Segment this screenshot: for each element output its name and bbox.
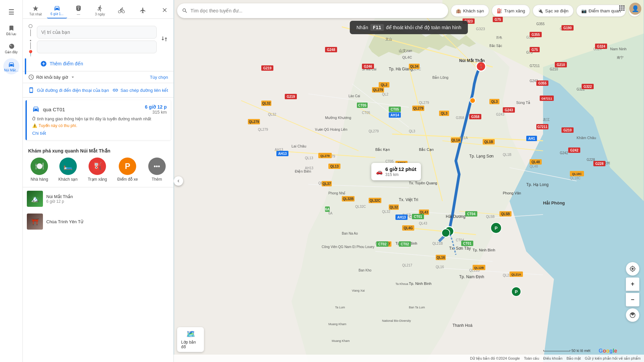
- map-background: ● 📍 P QL4C QL4C G323 G355 G190 G324 QL2 …: [174, 0, 644, 362]
- saved-info-nui-mat-than: Núi Mắt Thần 6 giờ 12 p: [46, 194, 169, 204]
- street-view-button[interactable]: [626, 308, 639, 322]
- svg-text:G322: G322: [584, 85, 592, 88]
- route-line: [30, 29, 31, 36]
- svg-text:Hải Phòng: Hải Phòng: [543, 200, 565, 205]
- swap-button[interactable]: [159, 34, 169, 45]
- menu-button[interactable]: ☰: [3, 4, 19, 20]
- svg-text:文山: 文山: [385, 37, 392, 41]
- svg-text:QL13: QL13: [305, 156, 313, 160]
- user-avatar[interactable]: 👤: [629, 3, 641, 15]
- terms-link[interactable]: Toàn cầu: [524, 356, 539, 361]
- svg-text:QL279: QL279: [258, 128, 268, 131]
- tab-best[interactable]: Tốt nhất: [25, 3, 46, 18]
- filter-hotel-btn[interactable]: 🏨 Khách sạn: [451, 5, 489, 17]
- svg-text:QL32: QL32: [389, 205, 398, 209]
- svg-text:Vườn QG Hoàng Liên: Vườn QG Hoàng Liên: [315, 128, 347, 131]
- svg-text:CT01: CT01: [463, 242, 472, 245]
- explore-parking[interactable]: P Điểm đỗ xe: [117, 158, 138, 182]
- explore-gas[interactable]: ⛽ Trạm xăng: [88, 158, 107, 182]
- explore-section: Khám phá xung quanh Núi Mắt Thần 🍽️ Nhà …: [23, 143, 173, 187]
- tab-walk[interactable]: 3 ngày: [90, 3, 110, 18]
- svg-text:G243: G243: [505, 108, 513, 112]
- route-popup: 🚗 6 giờ 12 phút 315 km: [371, 163, 421, 180]
- svg-text:Điện Biên: Điện Biên: [295, 169, 311, 174]
- map-search-input[interactable]: [191, 8, 443, 13]
- svg-text:QL32: QL32: [382, 210, 390, 214]
- sidebar-item-recent[interactable]: Gần đây: [3, 40, 19, 56]
- filter-ev-btn[interactable]: 🔌 Sạc xe điện: [533, 5, 573, 17]
- send-directions-button[interactable]: Gửi đường đi đến điện thoại của bạn: [28, 87, 109, 93]
- svg-text:CT05: CT05: [362, 111, 370, 115]
- svg-text:QL4G: QL4G: [404, 226, 413, 230]
- svg-text:P: P: [495, 226, 498, 231]
- map-area[interactable]: ● 📍 P QL4C QL4C G323 G355 G190 G324 QL2 …: [174, 0, 644, 362]
- svg-text:Núi Mắt Thần: Núi Mắt Thần: [459, 58, 485, 63]
- tab-bike[interactable]: [111, 5, 131, 16]
- svg-text:QL1B: QL1B: [484, 140, 493, 144]
- svg-text:QL34: QL34: [410, 65, 418, 68]
- zoom-in-button[interactable]: +: [626, 278, 639, 291]
- svg-text:CT02: CT02: [401, 242, 409, 246]
- feedback-link[interactable]: Gửi ý kiến phản hồi về sản phẩm: [585, 356, 641, 361]
- svg-text:Bắc Sặc: Bắc Sặc: [489, 44, 502, 48]
- more-icon: •••: [148, 158, 166, 175]
- route-distance: 315 km: [152, 110, 167, 115]
- search-icon: [182, 8, 188, 14]
- filter-gas-btn[interactable]: ⛽ Trạm xăng: [492, 5, 530, 17]
- apps-grid-button[interactable]: [618, 4, 626, 14]
- svg-text:Phong Vân: Phong Vân: [503, 191, 521, 195]
- svg-text:QL32: QL32: [262, 102, 270, 105]
- route-inputs: 📍 Núi Mắt Thần, Cao Chương, Trà Lĩnh, Ca…: [23, 19, 173, 59]
- svg-text:Tp. Nam Định: Tp. Nam Định: [459, 275, 484, 279]
- scale-bar: 50 ki lô mét: [543, 349, 590, 353]
- zoom-out-button[interactable]: −: [626, 293, 639, 306]
- explore-more[interactable]: ••• Thêm: [148, 158, 166, 182]
- explore-hotel[interactable]: 🛏️ Khách sạn: [58, 158, 77, 182]
- add-waypoint[interactable]: Thêm điểm đến: [23, 59, 173, 71]
- svg-text:National Bio-Diversity: National Bio-Diversity: [382, 319, 411, 322]
- map-filter-btns: 🏨 Khách sạn ⛽ Trạm xăng 🔌 Sạc xe điện 📷 …: [451, 5, 641, 17]
- svg-text:山文zan: 山文zan: [399, 49, 412, 53]
- origin-input[interactable]: [37, 26, 157, 39]
- svg-text:Lai Châu: Lai Châu: [291, 144, 306, 148]
- copy-link-button[interactable]: Sao chép đường liên kết: [112, 87, 168, 93]
- active-indicator: [25, 58, 26, 74]
- saved-thumb-chua-trinh: ⛩️: [27, 214, 43, 230]
- svg-text:QL13: QL13: [330, 165, 338, 168]
- explore-restaurant[interactable]: 🍽️ Nhà hàng: [31, 158, 48, 182]
- copyright: Dữ liệu bản đồ ©2024 Google: [470, 356, 520, 361]
- depart-button[interactable]: Rời khỏi bây giờ: [28, 74, 75, 80]
- destination-input[interactable]: Núi Mắt Thần, Cao Chương, Trà Lĩnh, Ca..…: [37, 41, 157, 53]
- svg-text:Tp. Ninh Bình: Tp. Ninh Bình: [473, 248, 495, 252]
- tab-plane[interactable]: [133, 5, 153, 16]
- route-detail-button[interactable]: Chi tiết: [32, 131, 46, 136]
- map-footer: Dữ liệu bản đồ ©2024 Google Toàn cầu Điề…: [174, 355, 644, 362]
- svg-text:QL3: QL3: [409, 129, 415, 133]
- ev-filter-icon: 🔌: [538, 8, 543, 13]
- svg-text:Mường Khương: Mường Khương: [325, 116, 351, 120]
- sidebar-item-driving[interactable]: Núi Mắt...: [3, 58, 19, 74]
- layer-switcher[interactable]: 🗺️ Lớp bản đồ: [177, 327, 204, 352]
- tuy-chon-button[interactable]: Tùy chọn: [150, 75, 168, 80]
- svg-text:G355: G355: [532, 33, 540, 37]
- svg-text:Ban Kho: Ban Kho: [359, 268, 372, 272]
- svg-text:Phong Nhổ: Phong Nhổ: [328, 191, 345, 195]
- destination-pin: 📍: [27, 50, 34, 56]
- privacy-link[interactable]: Điều khoản: [543, 356, 562, 361]
- route-result: qua CT01 6 giờ 12 p 315 km Ở tình trạng …: [25, 100, 171, 140]
- f11-key: F11: [370, 24, 384, 31]
- my-location-button[interactable]: [626, 262, 639, 276]
- map-search-wrap: [177, 3, 448, 18]
- tab-car[interactable]: 6 giờ 1...: [47, 3, 67, 18]
- svg-text:QL43: QL43: [420, 210, 428, 214]
- saved-place-nui-mat-than[interactable]: 🏔️ Núi Mắt Thần 6 giờ 12 p: [23, 187, 173, 210]
- security-link[interactable]: Bảo mật: [567, 356, 581, 361]
- svg-text:Ban Na Ao: Ban Na Ao: [342, 232, 358, 235]
- svg-text:Bắc Kạn: Bắc Kạn: [375, 147, 390, 152]
- close-button[interactable]: [159, 4, 171, 17]
- svg-text:QL21B: QL21B: [432, 242, 443, 245]
- saved-place-chua-trinh[interactable]: ⛩️ Chùa Trình Yên Tử: [23, 210, 173, 233]
- tab-transit[interactable]: —: [68, 3, 89, 18]
- sidebar-item-saved[interactable]: Đã lưu: [3, 22, 19, 38]
- collapse-panel-button[interactable]: [174, 176, 183, 186]
